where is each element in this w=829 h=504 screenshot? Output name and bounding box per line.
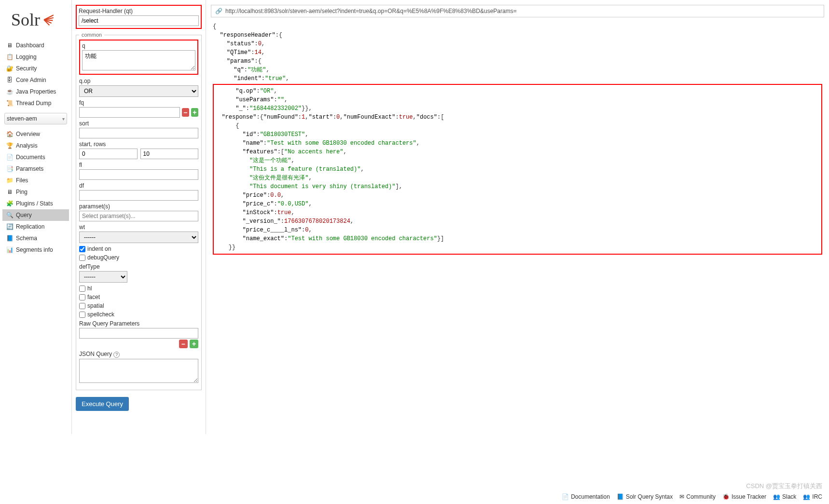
wt-label: wt — [79, 224, 198, 231]
solr-sun-icon — [42, 13, 55, 27]
paramsets-label: paramset(s) — [79, 203, 198, 210]
nav-item-java-properties[interactable]: ☕Java Properties — [2, 86, 69, 97]
nav-label: Schema — [16, 235, 37, 242]
subnav-item-segments-info[interactable]: 📊Segments info — [2, 244, 69, 256]
nav-icon: 🔐 — [6, 65, 13, 72]
nav-label: Paramsets — [16, 165, 43, 172]
nav-label: Dashboard — [16, 42, 44, 49]
deftype-select[interactable]: ------ — [79, 271, 127, 283]
url-text: http://localhost:8983/solr/steven-aem/se… — [225, 8, 517, 14]
subnav-item-schema[interactable]: 📘Schema — [2, 232, 69, 244]
fq-label: fq — [79, 99, 198, 106]
nav-item-security[interactable]: 🔐Security — [2, 63, 69, 74]
indent-label: indent on — [87, 245, 111, 252]
hl-label: hl — [87, 285, 92, 292]
sort-label: sort — [79, 120, 198, 127]
fq-remove-button[interactable]: – — [182, 108, 189, 117]
url-bar[interactable]: 🔗 http://localhost:8983/solr/steven-aem/… — [211, 5, 824, 17]
execute-query-button[interactable]: Execute Query — [76, 397, 129, 411]
nav-icon: 🖥 — [6, 42, 13, 49]
subnav-item-overview[interactable]: 🏠Overview — [2, 128, 69, 140]
q-input[interactable]: 功能 — [82, 50, 195, 70]
facet-checkbox[interactable] — [79, 294, 85, 300]
common-fieldset: common q 功能 q.op OR fq – + — [76, 32, 202, 390]
hl-checkbox[interactable] — [79, 286, 85, 292]
subnav-item-paramsets[interactable]: 📑Paramsets — [2, 163, 69, 175]
qop-select[interactable]: OR — [79, 85, 198, 97]
df-label: df — [79, 182, 198, 189]
start-input[interactable] — [79, 149, 138, 159]
nav-label: Logging — [16, 54, 37, 60]
rows-input[interactable] — [140, 149, 199, 159]
result-panel: 🔗 http://localhost:8983/solr/steven-aem/… — [206, 0, 829, 434]
sub-nav: 🏠Overview🏆Analysis📄Documents📑Paramsets📁F… — [2, 128, 69, 256]
json-query-input[interactable] — [79, 359, 198, 383]
subnav-item-plugins-stats[interactable]: 🧩Plugins / Stats — [2, 198, 69, 209]
fl-input[interactable] — [79, 169, 198, 180]
subnav-item-query[interactable]: 🔍Query — [2, 209, 69, 221]
nav-icon: 🧩 — [6, 200, 13, 207]
wt-select[interactable]: ------ — [79, 232, 198, 243]
nav-icon: 🔍 — [6, 212, 13, 218]
raw-add-button[interactable]: + — [190, 340, 198, 348]
spellcheck-checkbox[interactable] — [79, 312, 85, 318]
core-selector[interactable]: steven-aem — [4, 113, 67, 124]
nav-icon: ☕ — [6, 88, 13, 95]
subnav-item-analysis[interactable]: 🏆Analysis — [2, 140, 69, 151]
nav-item-thread-dump[interactable]: 📜Thread Dump — [2, 97, 69, 109]
fq-add-button[interactable]: + — [191, 108, 198, 117]
spellcheck-label: spellcheck — [87, 311, 114, 318]
indent-checkbox[interactable] — [79, 246, 85, 252]
nav-label: Documents — [16, 154, 45, 161]
nav-label: Files — [16, 177, 28, 184]
debug-checkbox[interactable] — [79, 255, 85, 261]
json-query-label: JSON Query ? — [79, 351, 198, 358]
nav-icon: 🏆 — [6, 142, 13, 149]
fq-input[interactable] — [79, 107, 180, 118]
qt-label: Request-Handler (qt) — [79, 8, 199, 14]
subnav-item-documents[interactable]: 📄Documents — [2, 151, 69, 163]
q-highlighted-box: q 功能 — [79, 40, 198, 75]
df-input[interactable] — [79, 190, 198, 201]
subnav-item-files[interactable]: 📁Files — [2, 175, 69, 186]
link-icon: 🔗 — [215, 8, 222, 14]
nav-icon: 🏠 — [6, 131, 13, 137]
raw-remove-button[interactable]: – — [179, 340, 188, 348]
nav-item-logging[interactable]: 📋Logging — [2, 51, 69, 63]
deftype-label: defType — [79, 263, 198, 270]
main-nav: 🖥Dashboard📋Logging🔐Security🗄Core Admin☕J… — [2, 40, 69, 109]
startrows-label: start, rows — [79, 141, 198, 148]
nav-label: Analysis — [16, 142, 38, 149]
nav-label: Thread Dump — [16, 100, 51, 107]
q-label: q — [82, 42, 195, 49]
nav-label: Query — [16, 212, 32, 218]
subnav-item-ping[interactable]: 🖥Ping — [2, 186, 69, 198]
nav-icon: 📘 — [6, 235, 13, 242]
nav-icon: 📋 — [6, 54, 13, 60]
subnav-item-replication[interactable]: 🔄Replication — [2, 221, 69, 232]
spatial-checkbox[interactable] — [79, 303, 85, 309]
json-output: { "responseHeader":{ "status":0, "QTime"… — [211, 20, 824, 257]
nav-icon: 🗄 — [6, 77, 13, 83]
nav-label: Overview — [16, 131, 40, 137]
raw-input[interactable] — [79, 328, 198, 339]
qt-input[interactable] — [79, 15, 199, 26]
help-icon[interactable]: ? — [113, 352, 120, 358]
nav-label: Java Properties — [16, 88, 56, 95]
nav-item-core-admin[interactable]: 🗄Core Admin — [2, 74, 69, 86]
nav-icon: 🖥 — [6, 189, 13, 195]
debug-label: debugQuery — [87, 254, 119, 261]
nav-icon: 📄 — [6, 154, 13, 161]
sidebar: Solr 🖥Dashboard📋Logging🔐Security🗄Core Ad… — [0, 0, 71, 434]
nav-icon: 📁 — [6, 177, 13, 184]
paramsets-input[interactable] — [79, 211, 198, 221]
facet-label: facet — [87, 294, 100, 300]
common-legend: common — [79, 32, 104, 38]
core-selected-label: steven-aem — [7, 115, 37, 122]
nav-icon: 🔄 — [6, 223, 13, 230]
nav-label: Security — [16, 65, 37, 72]
nav-icon: 📑 — [6, 165, 13, 172]
nav-item-dashboard[interactable]: 🖥Dashboard — [2, 40, 69, 51]
sort-input[interactable] — [79, 128, 198, 138]
nav-label: Plugins / Stats — [16, 200, 53, 207]
